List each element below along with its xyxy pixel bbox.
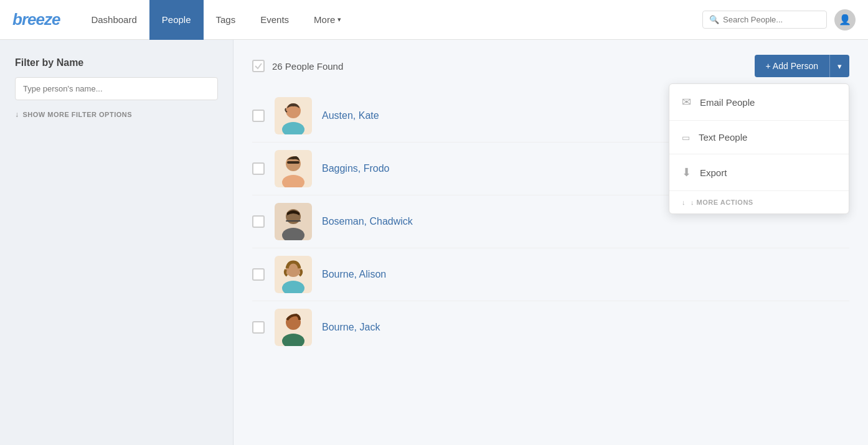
person-checkbox[interactable] [252, 321, 265, 334]
navbar: breeze Dashboard People Tags Events More… [0, 0, 868, 40]
chevron-down-icon: ▾ [337, 16, 341, 24]
person-avatar [275, 97, 312, 134]
search-box[interactable]: 🔍 [702, 11, 827, 29]
text-people-item[interactable]: ▭ Text People [669, 121, 849, 154]
sidebar-title: Filter by Name [15, 57, 218, 68]
person-checkbox[interactable] [252, 162, 265, 175]
add-person-group: + Add Person ▾ [755, 55, 849, 77]
filter-name-input[interactable] [15, 77, 218, 100]
email-icon: ✉ [682, 95, 691, 109]
person-name[interactable]: Bourne, Jack [322, 322, 380, 333]
person-avatar [275, 203, 312, 240]
search-icon: 🔍 [709, 15, 719, 24]
people-count-label: 26 People Found [272, 61, 343, 72]
sidebar: Filter by Name ↓ SHOW MORE FILTER OPTION… [0, 40, 234, 445]
nav-people[interactable]: People [149, 0, 204, 40]
show-more-filter-button[interactable]: ↓ SHOW MORE FILTER OPTIONS [15, 110, 218, 119]
table-row: Bourne, Alison [252, 248, 849, 301]
nav-right: 🔍 👤 [702, 9, 856, 30]
nav-tags[interactable]: Tags [204, 0, 248, 40]
top-bar: 26 People Found + Add Person ▾ [252, 55, 849, 77]
arrow-down-icon: ↓ [15, 110, 19, 119]
search-input[interactable] [723, 15, 820, 24]
check-icon [254, 62, 263, 70]
export-item[interactable]: ⬇ Export [669, 154, 849, 191]
nav-links: Dashboard People Tags Events More ▾ [78, 0, 702, 40]
nav-more[interactable]: More ▾ [301, 0, 354, 40]
svg-rect-13 [286, 220, 301, 222]
email-people-item[interactable]: ✉ Email People [669, 84, 849, 121]
person-name[interactable]: Bourne, Alison [322, 269, 386, 280]
brand-logo[interactable]: breeze [12, 10, 60, 29]
person-avatar [275, 150, 312, 187]
user-icon: 👤 [839, 14, 851, 26]
person-checkbox[interactable] [252, 215, 265, 228]
person-name[interactable]: Baggins, Frodo [322, 163, 390, 174]
nav-dashboard[interactable]: Dashboard [78, 0, 149, 40]
arrow-down-icon: ↓ [682, 199, 686, 206]
person-avatar [275, 256, 312, 293]
select-all-checkbox[interactable] [252, 60, 265, 72]
people-found: 26 People Found [252, 60, 343, 72]
add-person-dropdown-button[interactable]: ▾ [829, 55, 849, 77]
person-avatar [275, 309, 312, 346]
page-layout: Filter by Name ↓ SHOW MORE FILTER OPTION… [0, 40, 868, 445]
person-checkbox[interactable] [252, 268, 265, 281]
phone-icon: ▭ [682, 133, 690, 143]
person-name[interactable]: Austen, Kate [322, 110, 379, 121]
person-checkbox[interactable] [252, 110, 265, 122]
more-actions-link[interactable]: ↓ ↓ MORE ACTIONS [669, 191, 849, 213]
table-row: Bourne, Jack [252, 301, 849, 354]
person-name[interactable]: Boseman, Chadwick [322, 216, 413, 227]
add-person-button[interactable]: + Add Person [755, 55, 829, 77]
action-dropdown-panel: ✉ Email People ▭ Text People ⬇ Export ↓ … [669, 83, 849, 214]
download-icon: ⬇ [682, 166, 691, 179]
avatar[interactable]: 👤 [834, 9, 856, 30]
main-content: 26 People Found + Add Person ▾ Austen, K… [234, 40, 868, 445]
svg-rect-8 [287, 161, 300, 164]
chevron-down-icon: ▾ [837, 62, 842, 71]
nav-events[interactable]: Events [248, 0, 301, 40]
